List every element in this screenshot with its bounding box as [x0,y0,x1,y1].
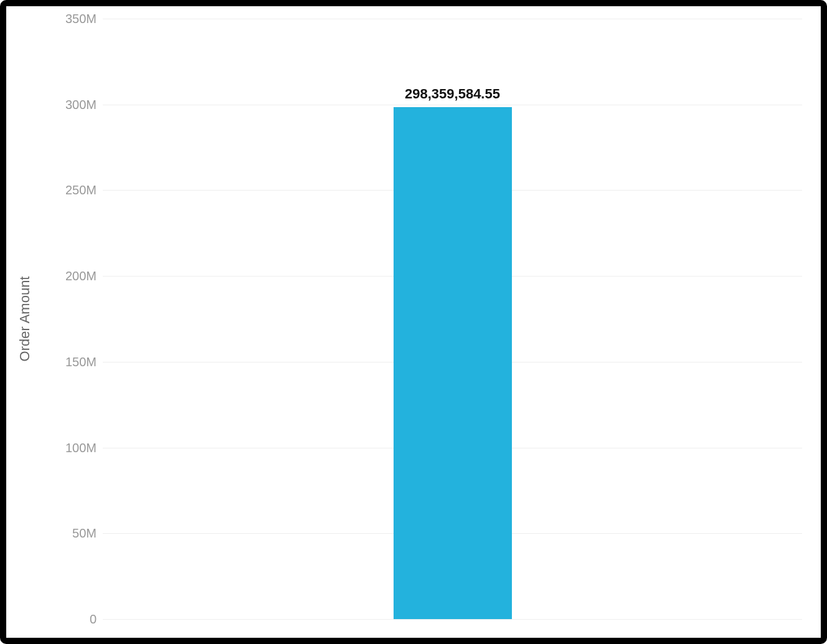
y-tick-label: 50M [72,526,97,541]
y-tick-label: 0 [90,612,97,627]
bar-value-label: 298,359,584.55 [405,86,500,102]
chart-area: Order Amount 050M100M150M200M250M300M350… [44,19,802,619]
y-axis-label: Order Amount [17,277,33,362]
y-tick-label: 250M [65,183,97,197]
side-handle-top[interactable] [815,149,821,174]
gridline [103,619,802,620]
gridline [103,105,802,105]
chart-frame: Order Amount 050M100M150M200M250M300M350… [0,0,827,644]
side-handle-bottom[interactable] [815,361,821,386]
y-tick-label: 300M [65,97,97,111]
plot-area: 050M100M150M200M250M300M350M298,359,584.… [103,19,802,619]
gridline [103,19,802,19]
y-tick-label: 200M [65,269,97,283]
y-tick-label: 150M [65,354,97,369]
bar[interactable]: 298,359,584.55 [394,107,512,619]
y-tick-label: 100M [65,440,97,455]
y-tick-label: 350M [65,12,97,26]
